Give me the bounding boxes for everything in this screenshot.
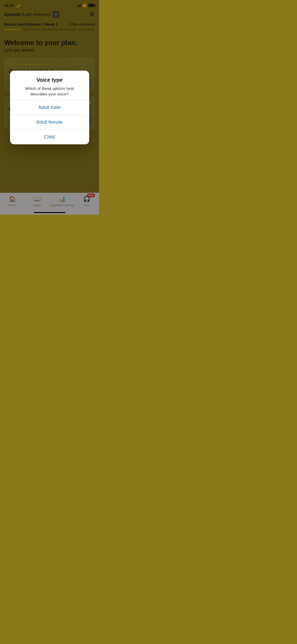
voice-option-child[interactable]: Child <box>10 130 89 144</box>
voice-option-adult-male[interactable]: Adult male <box>10 100 89 115</box>
modal-title: Voice type <box>16 77 83 83</box>
voice-type-modal: Voice type Which of these options best d… <box>10 71 89 144</box>
modal-subtitle: Which of these options best describes yo… <box>16 86 83 97</box>
modal-header: Voice type Which of these options best d… <box>10 71 89 100</box>
voice-option-adult-female[interactable]: Adult female <box>10 115 89 130</box>
modal-overlay[interactable]: Voice type Which of these options best d… <box>0 0 99 215</box>
